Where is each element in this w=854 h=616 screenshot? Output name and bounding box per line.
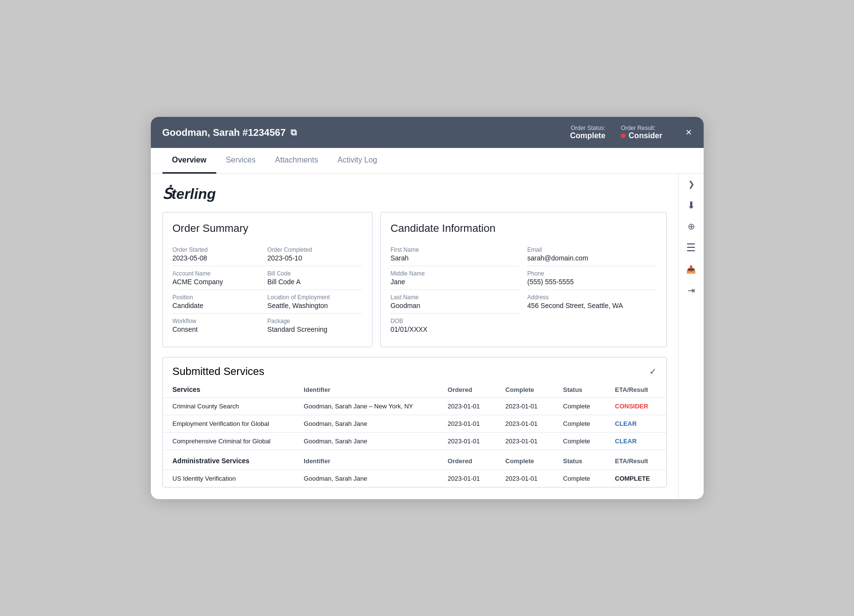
main-area: Ṡterling Order Summary Order Started 202… xyxy=(151,174,704,499)
logo-text: Ṡterling xyxy=(162,186,216,202)
table-row: Criminal County Search Goodman, Sarah Ja… xyxy=(163,398,666,415)
service-result: COMPLETE xyxy=(605,470,666,487)
admin-status-header: Status xyxy=(553,450,605,470)
admin-services-header-row: Administrative Services Identifier Order… xyxy=(163,450,666,470)
service-complete: 2023-01-01 xyxy=(496,415,553,433)
service-status: Complete xyxy=(553,433,605,450)
chevron-right-icon[interactable]: ❯ xyxy=(688,179,694,189)
col-identifier: Identifier xyxy=(294,382,438,398)
order-completed-field: Order Completed 2023-05-10 xyxy=(267,243,362,266)
list-button[interactable]: ☰ xyxy=(682,239,700,257)
admin-complete-header: Complete xyxy=(496,450,553,470)
col-eta-result: ETA/Result xyxy=(605,382,666,398)
order-started-field: Order Started 2023-05-08 xyxy=(173,243,268,266)
order-status-label: Order Status: xyxy=(571,125,605,131)
service-identifier: Goodman, Sarah Jane xyxy=(294,433,438,450)
service-ordered: 2023-01-01 xyxy=(438,470,496,487)
first-name-field: First Name Sarah xyxy=(390,243,519,266)
consider-dot xyxy=(621,133,626,138)
service-result: CONSIDER xyxy=(605,398,666,415)
services-section-title: Submitted Services xyxy=(173,365,265,378)
link-button[interactable]: ⊕ xyxy=(682,218,700,235)
location-field: Location of Employment Seattle, Washingt… xyxy=(267,290,362,314)
table-row: Employment Verification for Global Goodm… xyxy=(163,415,666,433)
admin-ordered-header: Ordered xyxy=(438,450,496,470)
col-status: Status xyxy=(553,382,605,398)
inbox-button[interactable]: 📥 xyxy=(682,260,700,278)
service-ordered: 2023-01-01 xyxy=(438,398,496,415)
service-complete: 2023-01-01 xyxy=(496,433,553,450)
export-button[interactable]: ⇥ xyxy=(682,282,700,299)
package-field: Package Standard Screening xyxy=(267,314,362,337)
services-table: Services Identifier Ordered Complete Sta… xyxy=(163,382,666,487)
position-field: Position Candidate xyxy=(173,290,268,314)
order-summary-grid: Order Started 2023-05-08 Order Completed… xyxy=(173,243,363,337)
phone-field: Phone (555) 555-5555 xyxy=(527,266,656,290)
service-status: Complete xyxy=(553,470,605,487)
table-row: US Identity Verification Goodman, Sarah … xyxy=(163,470,666,487)
order-status-value: Complete xyxy=(570,131,605,140)
header-bar: Goodman, Sarah #1234567 ⧉ Order Status: … xyxy=(151,117,704,148)
admin-identifier-header: Identifier xyxy=(294,450,438,470)
service-status: Complete xyxy=(553,398,605,415)
service-complete: 2023-01-01 xyxy=(496,398,553,415)
service-identifier: Goodman, Sarah Jane – New York, NY xyxy=(294,398,438,415)
close-button[interactable]: × xyxy=(686,126,692,139)
service-name: US Identity Verification xyxy=(163,470,294,487)
service-name: Comprehensive Criminal for Global xyxy=(163,433,294,450)
service-complete: 2023-01-01 xyxy=(496,470,553,487)
middle-name-field: Middle Name Jane xyxy=(390,266,519,290)
email-field: Email sarah@domain.com xyxy=(527,243,656,266)
chevron-down-icon[interactable]: ✓ xyxy=(649,366,657,377)
account-name-field: Account Name ACME Company xyxy=(173,266,268,290)
submitted-services-section: Submitted Services ✓ Services Identifier… xyxy=(162,357,667,487)
service-identifier: Goodman, Sarah Jane xyxy=(294,415,438,433)
workflow-field: Workflow Consent xyxy=(173,314,268,337)
tab-overview[interactable]: Overview xyxy=(162,148,216,174)
candidate-info-title: Candidate Information xyxy=(390,222,656,235)
order-result-label: Order Result: xyxy=(621,125,655,131)
service-name: Criminal County Search xyxy=(163,398,294,415)
order-summary-title: Order Summary xyxy=(173,222,363,235)
order-result-group: Order Result: Consider xyxy=(621,125,662,140)
service-ordered: 2023-01-01 xyxy=(438,415,496,433)
col-ordered: Ordered xyxy=(438,382,496,398)
tabs-bar: Overview Services Attachments Activity L… xyxy=(151,148,704,174)
service-identifier: Goodman, Sarah Jane xyxy=(294,470,438,487)
dob-field: DOB 01/01/XXXX xyxy=(390,314,519,337)
candidate-info-card: Candidate Information First Name Sarah E… xyxy=(380,212,666,347)
content-area: Ṡterling Order Summary Order Started 202… xyxy=(151,174,678,499)
header-right-group: Order Status: Complete Order Result: Con… xyxy=(570,125,692,140)
candidate-info-grid: First Name Sarah Email sarah@domain.com … xyxy=(390,243,656,337)
table-row: Comprehensive Criminal for Global Goodma… xyxy=(163,433,666,450)
sterling-logo: Ṡterling xyxy=(162,185,667,202)
service-status: Complete xyxy=(553,415,605,433)
main-window: Goodman, Sarah #1234567 ⧉ Order Status: … xyxy=(151,117,704,499)
header-title-group: Goodman, Sarah #1234567 ⧉ xyxy=(162,127,564,138)
admin-services-header-label: Administrative Services xyxy=(163,450,294,470)
col-services: Services xyxy=(163,382,294,398)
order-summary-card: Order Summary Order Started 2023-05-08 O… xyxy=(162,212,373,347)
download-button[interactable]: ⬇ xyxy=(682,196,700,214)
service-name: Employment Verification for Global xyxy=(163,415,294,433)
address-field: Address 456 Second Street, Seattle, WA xyxy=(527,290,656,314)
service-result: CLEAR xyxy=(605,433,666,450)
service-result: CLEAR xyxy=(605,415,666,433)
tab-attachments[interactable]: Attachments xyxy=(265,148,328,174)
admin-eta-header: ETA/Result xyxy=(605,450,666,470)
services-column-headers: Services Identifier Ordered Complete Sta… xyxy=(163,382,666,398)
order-title: Goodman, Sarah #1234567 xyxy=(162,127,286,138)
service-ordered: 2023-01-01 xyxy=(438,433,496,450)
tab-services[interactable]: Services xyxy=(216,148,265,174)
order-result-value: Consider xyxy=(621,131,662,140)
external-link-icon[interactable]: ⧉ xyxy=(290,128,297,138)
last-name-field: Last Name Goodman xyxy=(390,290,519,314)
col-complete: Complete xyxy=(496,382,553,398)
services-section-header: Submitted Services ✓ xyxy=(163,357,666,382)
cards-row: Order Summary Order Started 2023-05-08 O… xyxy=(162,212,667,347)
order-status-group: Order Status: Complete xyxy=(570,125,605,140)
side-icons-panel: ❯ ⬇ ⊕ ☰ 📥 ⇥ xyxy=(678,174,704,499)
tab-activity-log[interactable]: Activity Log xyxy=(328,148,387,174)
bill-code-field: Bill Code Bill Code A xyxy=(267,266,362,290)
